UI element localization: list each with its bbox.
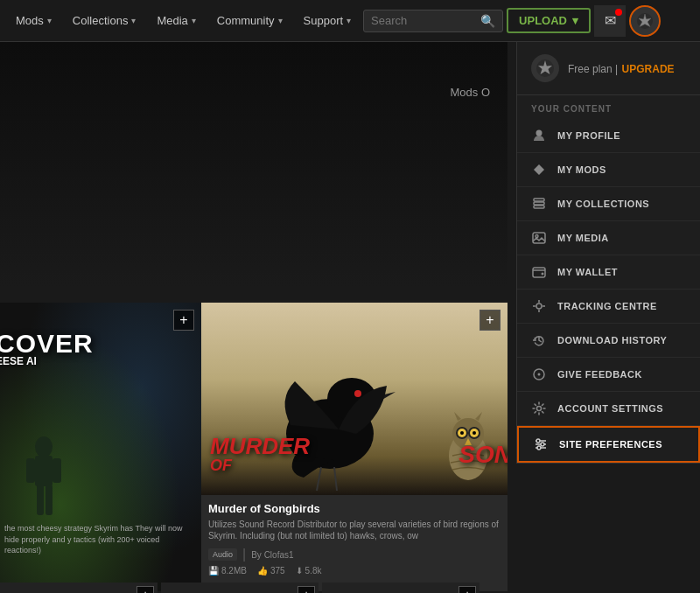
mail-notification-dot — [615, 9, 622, 16]
navbar: Mods ▾ Collections ▾ Media ▾ Community ▾… — [0, 0, 700, 42]
menu-item-my-media[interactable]: MY MEDIA — [517, 221, 700, 255]
site-preferences-label: SITE PREFERENCES — [559, 439, 662, 450]
svg-point-21 — [472, 431, 476, 435]
mail-icon: ✉ — [605, 12, 616, 29]
dropdown-header: Free plan | UPGRADE — [517, 42, 700, 95]
nav-support-chevron: ▾ — [346, 16, 351, 25]
diamond-icon — [531, 162, 547, 178]
tracking-icon — [531, 298, 547, 314]
svg-point-20 — [460, 431, 464, 435]
card2-audio-tag: Audio — [208, 548, 237, 561]
menu-item-my-profile[interactable]: MY PROFILE — [517, 119, 700, 153]
upload-button[interactable]: UPLOAD ▾ — [507, 8, 591, 33]
svg-point-40 — [536, 439, 540, 443]
avatar-icon — [631, 7, 659, 35]
nav-mods-chevron: ▾ — [47, 16, 52, 25]
card1-cover-text: COVER — [0, 329, 94, 359]
my-media-label: MY MEDIA — [557, 233, 609, 243]
svg-line-9 — [317, 467, 321, 491]
download-icon: ⬇ — [296, 566, 303, 576]
nav-support-label: Support — [304, 14, 344, 27]
svg-point-11 — [354, 390, 361, 397]
card2-murder-title: MURDER OF — [210, 435, 310, 473]
menu-item-download-history[interactable]: DOWNLOAD HISTORY — [517, 324, 700, 358]
svg-rect-26 — [534, 202, 544, 205]
svg-rect-5 — [37, 485, 44, 515]
media-icon — [531, 230, 547, 246]
svg-rect-2 — [35, 456, 52, 486]
svg-marker-14 — [454, 412, 461, 421]
search-icon: 🔍 — [480, 14, 495, 28]
svg-rect-28 — [534, 199, 544, 201]
bottom-card1-add-button[interactable]: + — [136, 586, 154, 593]
menu-item-tracking-centre[interactable]: TRACKING CENTRE — [517, 290, 700, 324]
card1-description: the most cheesy strategy Skyrim has They… — [4, 523, 197, 556]
card2-likes-stat: 👍 375 — [257, 566, 285, 576]
bottom-card2-add-button[interactable]: + — [298, 586, 315, 593]
menu-item-my-collections[interactable]: MY COLLECTIONS — [517, 187, 700, 221]
svg-rect-29 — [533, 233, 545, 243]
search-input[interactable] — [371, 14, 480, 27]
nav-community-chevron: ▾ — [278, 16, 283, 25]
nav-community[interactable]: Community ▾ — [208, 9, 291, 32]
card2-image: MURDER OF SON — [201, 303, 508, 495]
card2-info: Murder of Songbirds Utilizes Sound Recor… — [201, 495, 508, 583]
nav-media[interactable]: Media ▾ — [148, 9, 204, 32]
svg-rect-6 — [46, 485, 52, 515]
svg-point-35 — [538, 373, 541, 376]
svg-marker-15 — [475, 412, 482, 421]
menu-item-site-preferences[interactable]: SITE PREFERENCES — [517, 426, 700, 463]
card2-author: By Clofas1 — [251, 550, 293, 560]
card1-add-button[interactable]: + — [173, 310, 194, 331]
nav-media-chevron: ▾ — [192, 16, 196, 25]
banner-area: Mods O — [0, 42, 508, 287]
menu-item-my-wallet[interactable]: MY WALLET — [517, 255, 700, 290]
dropdown-avatar — [531, 54, 559, 82]
upload-label: UPLOAD — [519, 14, 567, 27]
history-icon — [531, 332, 547, 348]
bottom-card-1: + — [0, 583, 158, 593]
nav-support[interactable]: Support ▾ — [295, 9, 360, 32]
upload-chevron-icon: ▾ — [572, 14, 578, 27]
upgrade-link[interactable]: UPGRADE — [622, 63, 675, 75]
nav-collections[interactable]: Collections ▾ — [64, 9, 145, 32]
svg-point-24 — [536, 130, 542, 136]
mail-button[interactable]: ✉ — [594, 5, 626, 37]
bottom-card-2: + — [161, 583, 318, 593]
menu-item-my-mods[interactable]: MY MODS — [517, 153, 700, 187]
nav-community-label: Community — [217, 14, 275, 27]
mods-overlay-text: Mods O — [450, 86, 490, 99]
svg-rect-3 — [26, 458, 35, 483]
svg-point-32 — [542, 273, 544, 276]
card2-meta-row: Audio | By Clofas1 — [208, 547, 500, 562]
nav-collections-label: Collections — [73, 14, 129, 27]
card2-add-button[interactable]: + — [480, 310, 500, 331]
svg-rect-27 — [534, 206, 544, 208]
card2-downloads-stat: ⬇ 5.8k — [296, 566, 322, 576]
nav-media-label: Media — [157, 14, 187, 27]
svg-rect-4 — [52, 458, 61, 483]
user-dropdown-panel: Free plan | UPGRADE YOUR CONTENT MY PROF… — [516, 42, 700, 464]
dropdown-plan-info: Free plan | UPGRADE — [568, 60, 675, 76]
card2-son-text: SON — [458, 441, 508, 469]
avatar-button[interactable] — [629, 5, 661, 37]
card2-description: Utilizes Sound Record Distributor to pla… — [208, 519, 500, 541]
menu-item-account-settings[interactable]: ACCOUNT SETTINGS — [517, 392, 700, 426]
svg-point-36 — [537, 407, 542, 411]
nav-collections-chevron: ▾ — [131, 16, 136, 25]
give-feedback-label: GIVE FEEDBACK — [557, 369, 642, 380]
my-mods-label: MY MODS — [557, 164, 606, 175]
svg-point-30 — [536, 235, 538, 238]
svg-line-10 — [334, 467, 337, 491]
disk-icon: 💾 — [208, 566, 219, 576]
plan-text: Free plan | — [568, 63, 618, 75]
card2-size-stat: 💾 8.2MB — [208, 566, 247, 576]
menu-item-give-feedback[interactable]: GIVE FEEDBACK — [517, 358, 700, 392]
my-wallet-label: MY WALLET — [557, 267, 618, 277]
card-1: COVER EESE AI + the most cheesy strategy… — [0, 303, 201, 591]
download-history-label: DOWNLOAD HISTORY — [557, 335, 667, 345]
bottom-card3-add-button[interactable]: + — [458, 586, 476, 593]
nav-mods[interactable]: Mods ▾ — [7, 9, 60, 32]
card-2: MURDER OF SON Murder of Songbirds Utiliz… — [201, 303, 508, 591]
collections-icon — [531, 196, 547, 212]
